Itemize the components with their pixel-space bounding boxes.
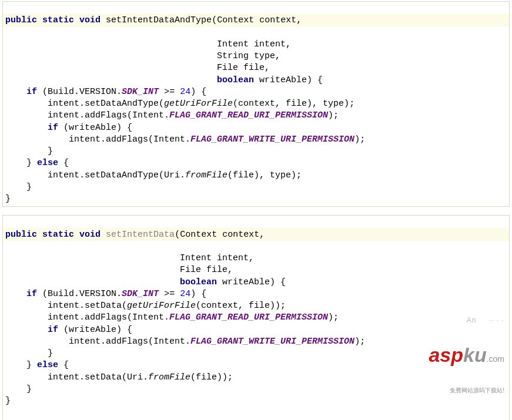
kw-static: static [42, 15, 74, 25]
sdk-int: SDK_INT [122, 87, 159, 97]
b2-p4-kw: boolean [180, 277, 217, 287]
flag-write: FLAG_GRANT_WRITE_URI_PERMISSION [190, 135, 354, 145]
b2-if2-kw: if [48, 325, 58, 335]
b2-fromfile: fromFile [148, 372, 190, 382]
p2-name: intent [254, 39, 286, 49]
else-kw: else [37, 158, 58, 168]
if2-cond: (writeAble) { [58, 123, 132, 133]
wm-grey: ku [463, 344, 487, 366]
method1-name: setIntentDataAndType [106, 15, 212, 25]
p1-type: Context [217, 15, 254, 25]
p5-name: writeAble [259, 75, 307, 85]
close2: } [26, 182, 32, 192]
close3: } [5, 194, 11, 204]
b2-sdk-int: SDK_INT [122, 289, 159, 299]
b2-p3-type: File [180, 265, 201, 275]
b2-version: VERSION [79, 289, 116, 299]
num-24: 24 [180, 87, 190, 97]
b2-p1-name: context [222, 230, 259, 240]
if2-kw: if [48, 123, 58, 133]
watermark-bot: 免费网站源码下载站! [429, 387, 504, 395]
code-block-2: public static void setIntentData(Context… [2, 215, 510, 420]
b2-ge: >= [164, 289, 175, 299]
b2-l3a: intent.addFlags(Intent. [69, 337, 190, 347]
version: VERSION [79, 87, 116, 97]
fromfile: fromFile [185, 170, 227, 180]
b2-l3b: ); [354, 337, 365, 347]
geturiforfile: getUriForFile [164, 99, 233, 109]
b2-p4-name: writeAble [222, 277, 270, 287]
l3a: intent.addFlags(Intent. [69, 135, 190, 145]
kw-public2: public [5, 230, 37, 240]
b2-p3-name: file [206, 265, 227, 275]
kw-void: void [79, 15, 101, 25]
l1b: (context, file), type); [233, 99, 354, 109]
if-kw: if [26, 87, 37, 97]
watermark-logo: aspku.com [429, 348, 504, 362]
b2-l4b: (file)); [190, 372, 233, 382]
block-separator [0, 207, 512, 215]
l4a: intent.setDataAndType(Uri. [48, 170, 185, 180]
b2-close3: } [5, 396, 11, 406]
method1-signature-line: public static void setIntentDataAndType(… [3, 14, 509, 26]
kw-void2: void [79, 230, 101, 240]
b2-geturiforfile: getUriForFile [127, 301, 196, 311]
b2-else-a: } [26, 360, 37, 370]
l3b: ); [354, 135, 365, 145]
p4-name: file [243, 63, 265, 73]
close1: } [48, 146, 53, 156]
p4-type: File [217, 63, 238, 73]
method2-signature-line: public static void setIntentData(Context… [3, 228, 509, 241]
b2-else-kw: else [37, 360, 58, 370]
ge: >= [164, 87, 175, 97]
b2-l1a: intent.setData( [48, 301, 127, 311]
code-document: public static void setIntentDataAndType(… [0, 1, 512, 420]
p3-type: String [217, 51, 249, 61]
b2-p1-type: Context [180, 230, 217, 240]
watermark-top: An ·· · · [429, 315, 504, 325]
b2-close1: } [48, 348, 53, 358]
code-block-1: public static void setIntentDataAndType(… [2, 1, 510, 207]
watermark: An ·· · · aspku.com 免费网站源码下载站! [429, 291, 504, 418]
l2b: ); [328, 110, 339, 120]
b2-flag-write: FLAG_GRANT_WRITE_URI_PERMISSION [190, 337, 354, 347]
b2-if2-cond: (writeAble) { [58, 325, 132, 335]
kw-static2: static [42, 230, 74, 240]
flag-read: FLAG_GRANT_READ_URI_PERMISSION [169, 110, 328, 120]
p1-name: context [259, 15, 296, 25]
build: Build [48, 87, 74, 97]
b2-l1b: (context, file)); [196, 301, 286, 311]
l4b: (file), type); [227, 170, 302, 180]
b2-l2b: ); [328, 313, 339, 322]
p5-kw: boolean [217, 75, 254, 85]
b2-p2-name: intent [217, 253, 249, 263]
method2-name: setIntentData [106, 230, 175, 240]
p2-type: Intent [217, 39, 249, 49]
b2-num-24: 24 [180, 289, 190, 299]
b2-p2-type: Intent [180, 253, 212, 263]
kw-public: public [5, 15, 37, 25]
b2-l4a: intent.setData(Uri. [48, 372, 148, 382]
p3-name: type [254, 51, 275, 61]
else-b: { [58, 158, 69, 168]
b2-build: Build [48, 289, 74, 299]
b2-close2: } [26, 384, 32, 394]
b2-l2a: intent.addFlags(Intent. [48, 313, 169, 322]
l1a: intent.setDataAndType( [48, 99, 164, 109]
b2-if-kw: if [26, 289, 37, 299]
else-a: } [26, 158, 37, 168]
wm-red: asp [429, 344, 463, 366]
wm-tail: .com [487, 354, 504, 364]
l2a: intent.addFlags(Intent. [48, 110, 169, 120]
b2-flag-read: FLAG_GRANT_READ_URI_PERMISSION [169, 313, 328, 322]
b2-else-b: { [58, 360, 69, 370]
